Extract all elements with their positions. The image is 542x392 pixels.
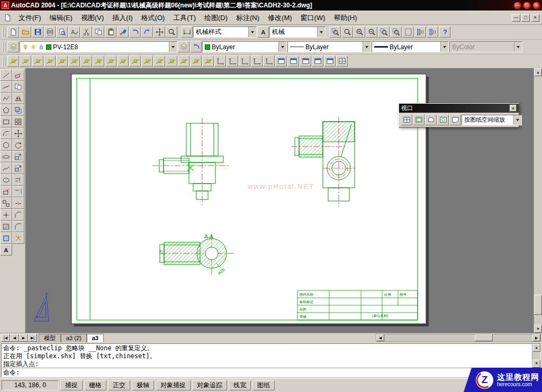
help-button[interactable]	[439, 26, 450, 38]
mdi-restore-button[interactable]: □	[521, 14, 530, 22]
viewports-palette-close-button[interactable]: ×	[510, 105, 517, 112]
menu-item-3[interactable]: 插入(I)	[108, 12, 137, 24]
zoom-window-button[interactable]	[329, 26, 341, 38]
menu-item-2[interactable]: 视图(V)	[77, 12, 108, 24]
linetype-dropdown-arrow[interactable]	[363, 42, 371, 52]
layers-button[interactable]	[7, 41, 19, 52]
chamfer-button[interactable]	[12, 209, 24, 221]
horizontal-scroll-thumb[interactable]	[475, 334, 493, 341]
open-button[interactable]	[20, 26, 31, 38]
zoom-realtime-button[interactable]	[166, 26, 177, 38]
menu-item-6[interactable]: 绘图(D)	[200, 12, 232, 24]
multiline-text-button[interactable]	[0, 244, 12, 256]
ucs-object-button[interactable]	[251, 56, 263, 67]
zoom-out-button[interactable]	[366, 26, 377, 38]
snap-from-button[interactable]	[20, 56, 31, 67]
layer-combobox[interactable]: PV-12E8	[20, 41, 177, 52]
arc-button[interactable]	[0, 127, 12, 139]
polygon-button[interactable]	[0, 104, 12, 116]
tab-next-button[interactable]: ▶	[19, 334, 28, 342]
insert-block-button[interactable]	[0, 186, 12, 197]
status-toggle-grid[interactable]: 栅格	[84, 380, 106, 390]
status-toggle-polar[interactable]: 极轴	[132, 380, 154, 390]
snap-intersection-button[interactable]	[56, 56, 68, 67]
canvas-vertical-scrollbar[interactable]: ▲ ▼	[534, 68, 542, 333]
status-toggle-osnap[interactable]: 对象捕捉	[156, 380, 191, 390]
ucs-world-button[interactable]	[227, 56, 238, 67]
dim-style-button[interactable]	[181, 26, 193, 38]
convert-object-to-viewport-button[interactable]	[437, 114, 449, 125]
spelling-button[interactable]	[68, 26, 80, 38]
snap-insert-button[interactable]	[153, 56, 165, 67]
vertical-scroll-thumb[interactable]	[534, 295, 542, 315]
single-viewport-button[interactable]	[413, 114, 424, 125]
menu-item-1[interactable]: 编辑(E)	[46, 12, 77, 24]
menu-item-8[interactable]: 修改(M)	[264, 12, 296, 24]
mdi-close-button[interactable]: ×	[531, 14, 539, 22]
snap-none-button[interactable]	[190, 56, 202, 67]
move-button[interactable]	[12, 127, 24, 139]
layer-thaw-sun-icon[interactable]	[30, 44, 37, 50]
layout-tab-2[interactable]: a3	[87, 334, 104, 342]
viewports-palette-titlebar[interactable]: 视口 ×	[399, 104, 519, 113]
tool-palettes-button[interactable]	[427, 26, 438, 38]
scroll-down-button[interactable]: ▼	[532, 360, 540, 368]
linetype-combobox[interactable]: ByLayer	[287, 41, 371, 52]
make-block-button[interactable]	[0, 197, 12, 209]
3d-orbit-button[interactable]	[324, 56, 336, 67]
region-button[interactable]	[0, 232, 12, 244]
scroll-up-button[interactable]: ▲	[534, 68, 542, 76]
coordinates-display[interactable]: 143, 186, 0	[2, 380, 59, 390]
menu-item-10[interactable]: 帮助(H)	[330, 12, 362, 24]
clip-existing-viewport-button[interactable]	[449, 114, 461, 125]
scroll-down-button[interactable]: ▼	[534, 325, 542, 333]
text-style-combobox[interactable]: 机械	[269, 26, 326, 38]
redo-button[interactable]	[141, 26, 153, 38]
array-button[interactable]	[12, 116, 24, 127]
layer-on-bulb-icon[interactable]	[22, 44, 29, 50]
paste-button[interactable]	[105, 26, 116, 38]
restore-button[interactable]: □	[523, 2, 531, 10]
snap-center-button[interactable]	[93, 56, 104, 67]
ucs-button[interactable]	[214, 56, 226, 67]
snap-midpoint-button[interactable]	[44, 56, 56, 67]
mirror-button[interactable]	[12, 93, 24, 104]
text-style-dropdown-arrow[interactable]	[317, 27, 325, 37]
pan-button[interactable]	[153, 26, 165, 38]
front-view-button[interactable]	[300, 56, 311, 67]
cut-button[interactable]	[80, 26, 92, 38]
new-button[interactable]	[7, 26, 19, 38]
revision-cloud-button[interactable]	[0, 151, 12, 162]
menu-item-7[interactable]: 标注(N)	[232, 12, 264, 24]
viewports-dialog-button[interactable]	[401, 114, 412, 125]
undo-button[interactable]	[129, 26, 141, 38]
layout-tab-0[interactable]: 模型	[39, 334, 61, 342]
copy-button[interactable]	[12, 81, 24, 93]
text-style-button[interactable]	[257, 26, 269, 38]
explode-button[interactable]	[12, 232, 24, 244]
layer-unlock-icon[interactable]	[38, 44, 44, 50]
make-object-layer-current-button[interactable]	[178, 41, 189, 52]
plot-preview-button[interactable]	[56, 26, 68, 38]
ucs-previous-button[interactable]	[239, 56, 250, 67]
status-toggle-ortho[interactable]: 正交	[108, 380, 130, 390]
tab-first-button[interactable]: |◀	[1, 334, 10, 342]
extend-button[interactable]	[12, 186, 24, 197]
horizontal-scrollbar[interactable]: ◀ ▶	[376, 334, 541, 342]
layer-previous-button[interactable]	[190, 41, 202, 52]
ucs-origin-button[interactable]	[263, 56, 275, 67]
top-view-button[interactable]	[287, 56, 299, 67]
copy-button[interactable]	[93, 26, 104, 38]
scroll-up-button[interactable]: ▲	[532, 344, 540, 352]
offset-button[interactable]	[12, 104, 24, 116]
minimize-button[interactable]: —	[513, 2, 521, 10]
snap-node-button[interactable]	[166, 56, 177, 67]
circle-button[interactable]	[0, 139, 12, 151]
zoom-all-button[interactable]	[378, 26, 390, 38]
menu-item-4[interactable]: 格式(O)	[137, 12, 169, 24]
viewports-palette[interactable]: 视口 × 按图纸空间缩放	[399, 103, 519, 127]
color-combobox[interactable]: ByLayer	[202, 41, 287, 52]
snap-quadrant-button[interactable]	[105, 56, 116, 67]
viewports-dialog-button[interactable]	[336, 56, 348, 67]
ellipse-button[interactable]	[0, 174, 12, 186]
